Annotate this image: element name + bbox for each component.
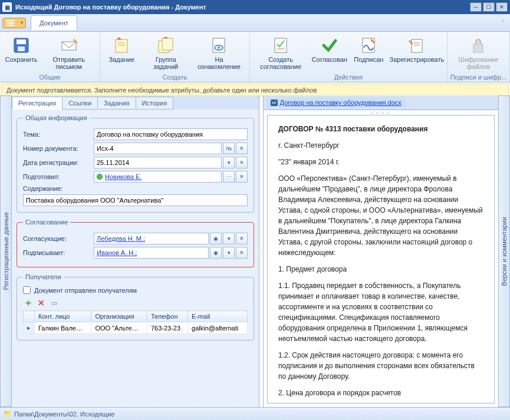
topic-input[interactable] (94, 128, 248, 140)
review-button[interactable]: На ознакомление (191, 34, 247, 72)
doc-s2: 2. Цена договора и порядок расчетов (278, 388, 483, 398)
docnum-input[interactable] (94, 143, 222, 154)
add-row-button[interactable]: ＋ (23, 297, 34, 308)
task-group-button[interactable]: Группа заданий (140, 34, 191, 72)
svg-rect-17 (473, 44, 483, 52)
approvers-dropdown-button[interactable]: ▾ (223, 233, 235, 244)
cell-phone[interactable]: 763-23-23 (147, 322, 187, 334)
task-button[interactable]: Задание (103, 34, 140, 72)
col-phone[interactable]: Телефон (147, 311, 187, 322)
card-button[interactable]: ▭ (49, 297, 60, 308)
ribbon-group-actions: Действия (252, 72, 445, 81)
doc-p1: ООО «Перспектива» (Санкт-Петербург), име… (278, 173, 483, 258)
approval-legend: Согласование (23, 219, 70, 226)
tab-history[interactable]: История (136, 97, 174, 110)
status-bar: 📁 Папки\Документы\02. Исходящие (0, 407, 510, 420)
date-clear-button[interactable]: ✕ (236, 157, 248, 168)
approvers-link[interactable]: Лебедева Н. М.; (94, 233, 209, 244)
col-contact[interactable]: Конт. лицо (35, 311, 91, 322)
splitter-horizontal[interactable]: • • • • (264, 110, 498, 115)
delete-row-button[interactable]: ✕ (36, 297, 47, 308)
cell-contact[interactable]: Галкин Вале… (35, 322, 91, 334)
content-input[interactable] (23, 194, 248, 206)
send-mail-label: Отправить письмом (44, 56, 93, 70)
date-label: Дата регистрации: (23, 159, 94, 166)
save-icon (12, 36, 31, 55)
mail-icon (60, 36, 78, 55)
review-label: На ознакомление (195, 56, 243, 70)
prepared-clear-button[interactable]: ✕ (236, 171, 248, 183)
sent-checkbox[interactable] (23, 286, 31, 294)
minimize-button[interactable]: ─ (470, 2, 482, 12)
status-dot-icon (97, 174, 103, 180)
create-approval-button[interactable]: Создать согласование (252, 34, 309, 72)
tab-tasks[interactable]: Задания (97, 97, 136, 110)
docnum-generate-button[interactable]: № (223, 143, 235, 154)
prepared-link[interactable]: Новикова Е. (94, 171, 222, 183)
svg-rect-1 (17, 39, 26, 44)
approvers-clear-button[interactable]: ✕ (236, 233, 248, 244)
tab-registration[interactable]: Регистрация (12, 97, 62, 110)
register-button[interactable]: Зарегистрировать (387, 34, 444, 72)
sent-checkbox-row[interactable]: Документ отправлен получателям (23, 286, 248, 294)
register-label: Зарегистрировать (390, 56, 443, 63)
document-preview[interactable]: ДОГОВОР № 4313 поставки оборудования г. … (267, 115, 495, 404)
table-row[interactable]: ▸ Галкин Вале… ООО "Альте… 763-23-23 gal… (24, 322, 248, 334)
signer-status-button[interactable]: ◉ (210, 247, 222, 259)
tab-document[interactable]: Документ (31, 15, 77, 30)
window-title: Исходящий Договор на поставку оборудован… (15, 4, 470, 11)
close-button[interactable]: ✕ (496, 2, 508, 12)
tab-links[interactable]: Ссылки (62, 97, 98, 110)
signer-link[interactable]: Иванов А. Н.; (94, 247, 209, 259)
prepared-value: Новикова Е. (105, 173, 142, 180)
docnum-clear-button[interactable]: ✕ (236, 143, 248, 154)
date-input[interactable] (94, 157, 222, 168)
app-menu-button[interactable] (2, 18, 26, 28)
save-button[interactable]: Сохранить (2, 34, 40, 72)
create-approval-icon (271, 36, 290, 55)
secondary-tabs: Регистрация Ссылки Задания История (12, 95, 259, 110)
signed-button[interactable]: Подписан (350, 34, 387, 72)
side-tab-left[interactable]: Регистрационные данные (0, 95, 12, 407)
signer-clear-button[interactable]: ✕ (236, 247, 248, 259)
svg-rect-14 (412, 39, 422, 52)
svg-rect-4 (116, 39, 127, 52)
send-mail-button[interactable]: Отправить письмом (40, 34, 97, 72)
task-group-icon (156, 36, 175, 55)
cell-org[interactable]: ООО "Альте… (91, 322, 147, 334)
doc-p2: 1.1. Продавец передает в собственность, … (278, 280, 483, 344)
menubar: Документ ˇ (0, 14, 510, 32)
date-dropdown-button[interactable]: ▾ (223, 157, 235, 168)
task-group-label: Группа заданий (144, 56, 187, 70)
ribbon-group-sign: Подписи и шифр... (450, 72, 507, 81)
task-icon (112, 36, 131, 55)
approval-group: Согласование Согласующие: Лебедева Н. М.… (17, 219, 254, 267)
signed-label: Подписан (354, 56, 383, 63)
file-link[interactable]: W Договор на поставку оборудования.docx (267, 98, 405, 107)
ribbon-collapse-icon[interactable]: ˇ (498, 18, 508, 28)
encrypt-button: Шифрование файлов (450, 34, 507, 72)
doc-date: "23" января 2014 г. (278, 157, 483, 167)
approved-label: Согласован (312, 56, 347, 63)
task-label: Задание (108, 56, 134, 63)
row-indicator: ▸ (24, 322, 35, 334)
app-icon: ▣ (2, 2, 12, 12)
prepared-browse-button[interactable]: ⋯ (223, 171, 235, 183)
side-tab-right[interactable]: Версии и комментарии (498, 95, 510, 407)
svg-point-11 (218, 47, 220, 49)
col-email[interactable]: E-mail (188, 311, 248, 322)
approved-button[interactable]: Согласован (309, 34, 350, 72)
breadcrumb[interactable]: Папки\Документы\02. Исходящие (14, 411, 114, 418)
maximize-button[interactable]: ☐ (483, 2, 495, 12)
col-org[interactable]: Организация (91, 311, 147, 322)
hamburger-icon (6, 19, 15, 27)
recipients-table: Конт. лицо Организация Телефон E-mail ▸ … (23, 310, 248, 334)
cell-email[interactable]: galkin@alternati (188, 322, 248, 334)
doc-p3: 1.2. Срок действия настоящего договора: … (278, 350, 483, 382)
registration-panel: Общая информация Тема: Номер документа: … (12, 110, 259, 407)
topic-label: Тема: (23, 131, 94, 138)
recipients-legend: Получатели (23, 273, 64, 280)
save-label: Сохранить (5, 56, 38, 63)
signer-dropdown-button[interactable]: ▾ (223, 247, 235, 259)
approvers-status-button[interactable]: ◉ (210, 233, 222, 244)
